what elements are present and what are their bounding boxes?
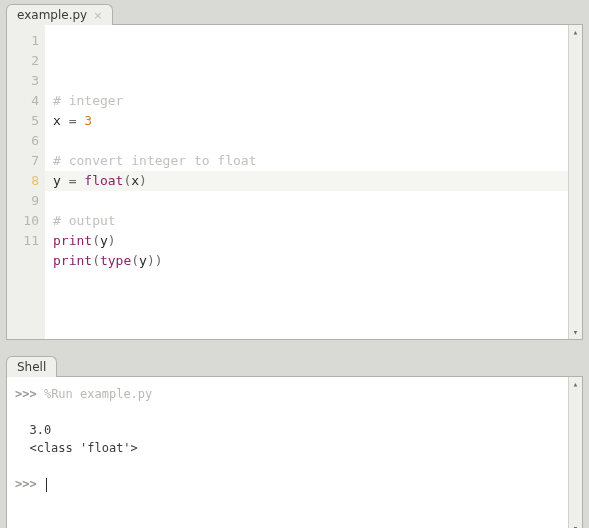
code-area[interactable]: # integerx = 3# convert integer to float… [45,25,568,339]
editor-tab[interactable]: example.py × [6,4,113,25]
shell-tab-label: Shell [17,360,46,374]
editor-tab-label: example.py [17,8,87,22]
shell-prompt: >>> [15,477,37,491]
shell-prompt: >>> [15,387,37,401]
line-number: 3 [7,71,39,91]
shell-run-command: %Run example.py [44,387,152,401]
code-line[interactable] [53,271,560,291]
editor-scrollbar[interactable]: ▴ ▾ [568,25,582,339]
code-line[interactable]: print(y) [53,231,560,251]
code-line[interactable]: x = 3 [53,111,560,131]
code-line[interactable]: y = float(x) [53,171,560,191]
shell-area: >>> %Run example.py 3.0 <class 'float'> … [6,376,583,528]
shell-output-line: <class 'float'> [15,439,560,457]
shell-pane: Shell >>> %Run example.py 3.0 <class 'fl… [6,352,583,528]
code-line[interactable]: # convert integer to float [53,151,560,171]
line-number: 1 [7,31,39,51]
code-line[interactable] [53,191,560,211]
line-number: 11 [7,231,39,251]
code-line[interactable]: # output [53,211,560,231]
line-number: 9 [7,191,39,211]
editor-pane: example.py × 1234567891011 # integerx = … [6,0,583,340]
code-line[interactable]: # integer [53,91,560,111]
editor-area: 1234567891011 # integerx = 3# convert in… [6,24,583,340]
shell-output-line: 3.0 [15,421,560,439]
line-number: 7 [7,151,39,171]
code-line[interactable]: print(type(y)) [53,251,560,271]
line-number: 6 [7,131,39,151]
shell-body[interactable]: >>> %Run example.py 3.0 <class 'float'> … [7,377,568,528]
scroll-up-icon[interactable]: ▴ [569,377,583,391]
line-number: 8 [7,171,39,191]
scroll-up-icon[interactable]: ▴ [569,25,583,39]
line-number: 4 [7,91,39,111]
shell-tab[interactable]: Shell [6,356,57,377]
code-line[interactable] [53,131,560,151]
shell-tab-bar: Shell [6,352,583,376]
line-number-gutter: 1234567891011 [7,25,45,339]
editor-tab-bar: example.py × [6,0,583,24]
code-line[interactable] [53,71,560,91]
line-number: 2 [7,51,39,71]
close-icon[interactable]: × [93,10,102,21]
line-number: 5 [7,111,39,131]
line-number: 10 [7,211,39,231]
shell-cursor [46,478,47,492]
scroll-down-icon[interactable]: ▾ [569,325,583,339]
shell-scrollbar[interactable]: ▴ ▾ [568,377,582,528]
scroll-down-icon[interactable]: ▾ [569,521,583,528]
